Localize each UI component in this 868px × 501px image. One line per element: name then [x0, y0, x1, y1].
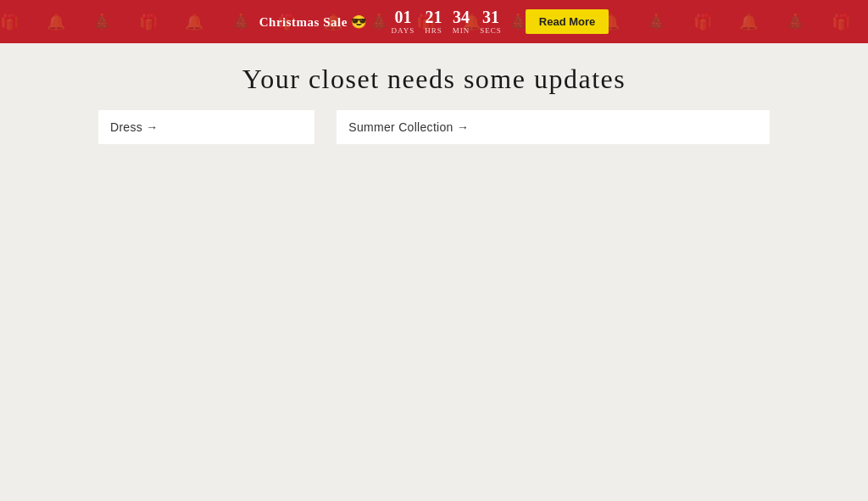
min-label: MIN [453, 26, 470, 35]
read-more-button[interactable]: Read More [526, 9, 609, 34]
sale-label: Christmas Sale 😎 [259, 14, 368, 30]
days-label: DAYS [392, 26, 415, 35]
product-card-dress[interactable]: Dress → [98, 110, 314, 144]
countdown-secs: 31 SECS [480, 8, 502, 35]
countdown-hrs: 21 HRS [425, 8, 442, 35]
page-title: Your closet needs some updates [0, 43, 868, 110]
summer-label[interactable]: Summer Collection → [337, 110, 770, 144]
countdown-timer: 01 DAYS 21 HRS 34 MIN 31 SECS [392, 8, 502, 35]
days-value: 01 [394, 8, 411, 25]
dress-label[interactable]: Dress → [98, 110, 314, 144]
hrs-value: 21 [426, 8, 442, 25]
product-grid: Dress → Summer Collection → [0, 110, 868, 144]
secs-label: SECS [480, 26, 502, 35]
countdown-days: 01 DAYS [392, 8, 415, 35]
product-card-summer[interactable]: Summer Collection → [337, 110, 770, 144]
hrs-label: HRS [425, 26, 442, 35]
promotional-banner: Christmas Sale 😎 01 DAYS 21 HRS 34 MIN 3… [0, 0, 868, 43]
secs-value: 31 [482, 8, 499, 25]
countdown-min: 34 MIN [453, 8, 470, 35]
min-value: 34 [453, 8, 470, 25]
